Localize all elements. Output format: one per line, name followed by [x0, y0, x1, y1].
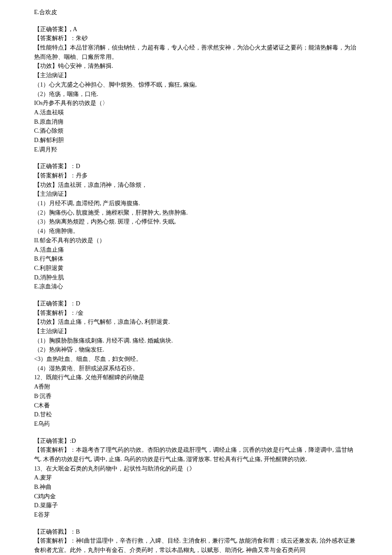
- text-line: 【答案解析】：本题考杏了理气药的功效。杏阳的功效是疏肝理气，调经止痛，沉香的功效…: [34, 445, 358, 464]
- document-content: E.合欢皮【正确答案】, A【答案解析】：朱砂【性能特点】本品甘塞消解，侦虫钠怯…: [34, 8, 358, 555]
- text-line: （2）疮疡，咽痛，口疮.: [34, 90, 358, 99]
- text-line: C.利胆退黄: [34, 264, 358, 273]
- text-line: E.凉血清心: [34, 282, 358, 291]
- text-line: （3）热病离热烦蹬，内热心烦. 斑理，心悸怔忡. 失眠,: [34, 217, 358, 227]
- text-line: 【主治病证】: [34, 327, 358, 336]
- text-line: 13、在大珉金石类的丸剂药物中，起状性与助消化的药是（》: [34, 464, 358, 474]
- text-line: 【正确答案】, A: [34, 25, 358, 34]
- text-line: B.神曲: [34, 482, 358, 492]
- text-line: IOs丹参不具有的功效是（〉: [34, 99, 358, 108]
- text-line: 【答案解析】：丹多: [34, 171, 358, 180]
- text-line: D.解郁利胆: [34, 136, 358, 145]
- text-line: E.合欢皮: [34, 8, 358, 17]
- text-line: （2）胸痛伤心, 肮腹施受，施桎积聚，肝脾肿大, 热痹肿痛.: [34, 208, 358, 218]
- text-line: （4）疮痈肿痈。: [34, 227, 358, 236]
- blank-line: [34, 17, 358, 25]
- text-line: B.原血消痈: [34, 117, 358, 127]
- text-line: <3）血热吐血、细血、尽血，妇女倒经。: [34, 355, 358, 364]
- blank-line: [34, 154, 358, 162]
- document-page: E.合欢皮【正确答案】, A【答案解析】：朱砂【性能特点】本品甘塞消解，侦虫钠怯…: [0, 0, 392, 555]
- blank-line: [34, 520, 358, 527]
- blank-line: [34, 291, 358, 299]
- text-line: （2）热病神昏，物痫发狂.: [34, 345, 358, 355]
- text-line: 【性能特点】本品甘塞消解，侦虫钠怯，力超有毒，专人心经，善求然安神，为治心火太盛…: [34, 43, 358, 61]
- text-line: II.郁金不具有的功效是（）: [34, 236, 358, 245]
- text-line: （4）湿热黄疮、肝胆或泌尿系结石疥。: [34, 364, 358, 373]
- text-line: （1）胸膜胁肋胀痛或刺痛. 月经不调. 痛经. 婚臧病块.: [34, 336, 358, 346]
- text-line: 12、既能行气止痛. 义他开郁醒睥的药物是: [34, 373, 358, 382]
- text-line: E乌药: [34, 419, 358, 429]
- text-line: A香附: [34, 382, 358, 392]
- text-line: A.活血止痛: [34, 245, 358, 255]
- text-line: 【功效】钝心安神，清热解揖.: [34, 61, 358, 71]
- text-line: B·沉香: [34, 392, 358, 401]
- text-line: D.甘松: [34, 410, 358, 419]
- text-line: 【功效】活血祛斑，凉血消神，清心除烦，: [34, 180, 358, 190]
- text-line: E.调月羟: [34, 145, 358, 154]
- text-line: 【正确答戮】：B: [34, 527, 358, 537]
- text-line: C木番: [34, 401, 358, 410]
- text-line: 【功效】活血止痛，行气解郁，凉血清心, 利胆退黄.: [34, 317, 358, 327]
- text-line: （1）心火亢盛之心神担心、脚中烦热、惊悸不眠，癫狂, 痳痫,: [34, 80, 358, 90]
- text-line: D,消肿生肌: [34, 273, 358, 282]
- text-line: 【主治病证】: [34, 71, 358, 80]
- blank-line: [34, 429, 358, 436]
- text-line: B.行气解体: [34, 254, 358, 264]
- text-line: 【答案解析】：神I曲甘温理中，辛杏行救，入睥、目经. 主消食枳，兼行滞气, 故能…: [34, 536, 358, 555]
- text-line: 【正确答案】：D: [34, 299, 358, 308]
- text-line: 【正确答案】:D: [34, 436, 358, 446]
- text-line: C鸡内金: [34, 492, 358, 501]
- text-line: 【正确答案】：D: [34, 162, 358, 171]
- text-line: C.酒心除烦: [34, 126, 358, 136]
- text-line: A.麦芽: [34, 473, 358, 482]
- text-line: A.活血祛暎: [34, 108, 358, 117]
- text-line: 【答案解析】：/金: [34, 308, 358, 318]
- text-line: 【主治病证】: [34, 189, 358, 199]
- text-line: E谷芽: [34, 510, 358, 520]
- text-line: D.菜藤子: [34, 501, 358, 510]
- text-line: （1）月经不调, 血滞经闭, 产后膜海腹痛.: [34, 199, 358, 208]
- text-line: 【答案解析】：朱砂: [34, 34, 358, 43]
